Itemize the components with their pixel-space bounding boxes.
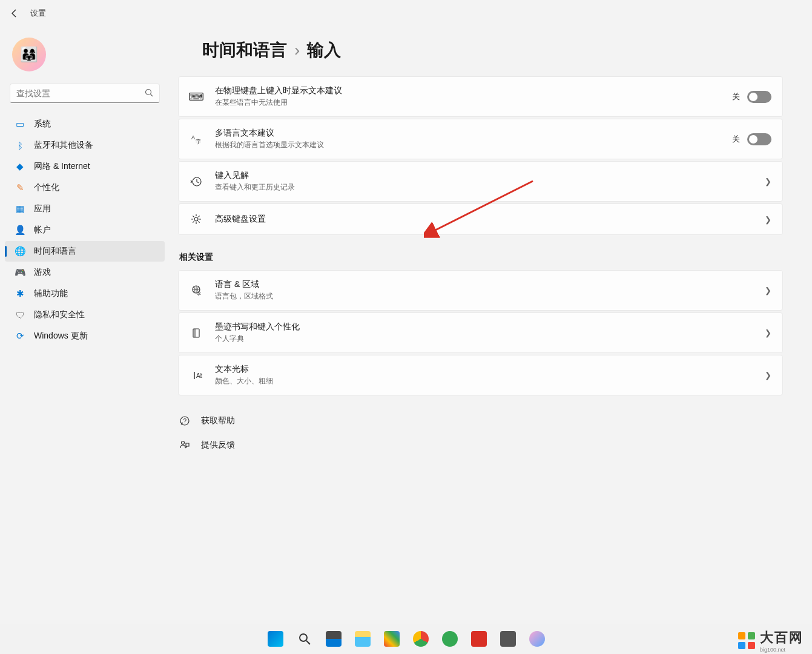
- accessibility-icon: ✱: [15, 288, 25, 299]
- svg-rect-8: [193, 329, 199, 337]
- watermark: 大百网 big100.net: [737, 629, 804, 653]
- sidebar-item-label: 系统: [34, 119, 51, 130]
- svg-rect-20: [748, 632, 755, 639]
- sidebar-item-label: 个性化: [34, 182, 59, 193]
- sidebar-item-label: 隐私和安全性: [34, 309, 85, 320]
- related-text-cursor[interactable]: Ab 文本光标 颜色、大小、粗细 ❯: [178, 355, 783, 395]
- sidebar-item-bluetooth[interactable]: ᛒ 蓝牙和其他设备: [5, 135, 165, 156]
- gaming-icon: 🎮: [15, 267, 25, 278]
- setting-text-suggestions[interactable]: ⌨ 在物理键盘上键入时显示文本建议 在某些语言中无法使用 关: [178, 76, 783, 117]
- sidebar-item-personalization[interactable]: ✎ 个性化: [5, 177, 165, 198]
- setting-title: 多语言文本建议: [215, 128, 720, 139]
- taskbar-search[interactable]: [292, 626, 317, 652]
- setting-subtitle: 语言包，区域格式: [215, 291, 753, 302]
- help-link-label: 提供反馈: [201, 440, 235, 451]
- search-icon: [145, 88, 153, 99]
- toggle-switch[interactable]: [747, 133, 771, 145]
- chevron-right-icon: ❯: [765, 286, 771, 295]
- sidebar-item-label: Windows 更新: [34, 331, 88, 342]
- window-title: 设置: [30, 8, 46, 19]
- chevron-right-icon: ❯: [765, 371, 771, 380]
- sidebar-item-gaming[interactable]: 🎮 游戏: [5, 262, 165, 283]
- sidebar-item-label: 应用: [34, 203, 51, 214]
- sidebar-item-accessibility[interactable]: ✱ 辅助功能: [5, 283, 165, 304]
- svg-text:Ab: Ab: [196, 372, 202, 379]
- back-button[interactable]: [8, 7, 21, 19]
- help-link-label: 获取帮助: [201, 415, 235, 426]
- svg-text:字: 字: [197, 292, 201, 296]
- sidebar-item-system[interactable]: ▭ 系统: [5, 114, 165, 134]
- search-input[interactable]: [16, 88, 145, 98]
- sidebar-item-accounts[interactable]: 👤 帐户: [5, 220, 165, 240]
- sidebar-item-label: 蓝牙和其他设备: [34, 140, 93, 151]
- related-language-region[interactable]: 字 语言 & 区域 语言包，区域格式 ❯: [178, 270, 783, 311]
- watermark-main: 大百网: [760, 629, 804, 647]
- svg-text:字: 字: [196, 139, 201, 145]
- related-inking-typing[interactable]: 墨迹书写和键入个性化 个人字典 ❯: [178, 312, 783, 353]
- help-icon: ?: [179, 415, 190, 426]
- chevron-right-icon: ❯: [765, 177, 771, 186]
- taskbar-explorer[interactable]: [350, 626, 375, 652]
- svg-point-0: [146, 89, 151, 94]
- history-icon: [190, 175, 203, 188]
- chevron-right-icon: ❯: [765, 215, 771, 224]
- update-icon: ⟳: [15, 331, 25, 342]
- svg-line-18: [306, 641, 310, 644]
- sidebar-item-label: 时间和语言: [34, 246, 76, 257]
- sidebar-item-privacy[interactable]: 🛡 隐私和安全性: [5, 305, 165, 325]
- setting-title: 键入见解: [215, 170, 753, 181]
- network-icon: ◆: [15, 161, 25, 172]
- setting-advanced-keyboard[interactable]: 高级键盘设置 ❯: [178, 203, 783, 235]
- related-settings-header: 相关设置: [179, 252, 783, 263]
- taskbar-app[interactable]: [379, 626, 404, 652]
- chevron-right-icon: ›: [294, 41, 300, 60]
- get-help-link[interactable]: ? 获取帮助: [178, 411, 783, 431]
- setting-subtitle: 根据我的语言首选项显示文本建议: [215, 140, 720, 150]
- start-button[interactable]: [263, 626, 288, 652]
- setting-typing-insights[interactable]: 键入见解 查看键入和更正历史记录 ❯: [178, 161, 783, 202]
- taskbar-app3[interactable]: [466, 626, 492, 652]
- setting-subtitle: 颜色、大小、粗细: [215, 376, 753, 386]
- sidebar-item-network[interactable]: ◆ 网络 & Internet: [5, 156, 165, 177]
- setting-title: 高级键盘设置: [215, 214, 753, 225]
- toggle-state-label: 关: [732, 134, 740, 145]
- setting-multilingual-suggestions[interactable]: A字 多语言文本建议 根据我的语言首选项显示文本建议 关: [178, 119, 783, 159]
- sidebar-item-apps[interactable]: ▦ 应用: [5, 199, 165, 219]
- sidebar-item-time-language[interactable]: 🌐 时间和语言: [5, 241, 165, 262]
- svg-point-17: [300, 634, 307, 641]
- watermark-sub: big100.net: [760, 647, 804, 653]
- accounts-icon: 👤: [15, 225, 25, 236]
- sidebar-item-label: 帐户: [34, 225, 51, 236]
- dictionary-icon: [190, 326, 203, 340]
- setting-title: 墨迹书写和键入个性化: [215, 322, 753, 332]
- taskbar: [0, 624, 812, 654]
- keyboard-icon: ⌨: [190, 90, 203, 104]
- taskbar-app2[interactable]: [437, 626, 463, 652]
- apps-icon: ▦: [15, 203, 25, 214]
- user-avatar[interactable]: 👨‍👩‍👧: [12, 38, 46, 71]
- setting-subtitle: 查看键入和更正历史记录: [215, 182, 753, 193]
- search-box[interactable]: [10, 84, 160, 103]
- privacy-icon: 🛡: [15, 309, 25, 320]
- taskbar-taskview[interactable]: [321, 626, 346, 652]
- setting-subtitle: 个人字典: [215, 334, 753, 344]
- breadcrumb-current: 输入: [307, 39, 341, 62]
- text-cursor-icon: Ab: [190, 369, 203, 382]
- sidebar: 👨‍👩‍👧 ▭ 系统 ᛒ 蓝牙和其他设备 ◆ 网络 & Internet ✎ 个…: [0, 27, 170, 654]
- svg-rect-22: [748, 642, 755, 649]
- toggle-switch[interactable]: [747, 91, 771, 103]
- taskbar-chrome[interactable]: [408, 626, 434, 652]
- setting-title: 在物理键盘上键入时显示文本建议: [215, 85, 720, 96]
- taskbar-settings[interactable]: [495, 626, 521, 652]
- globe-language-icon: 字: [190, 284, 203, 297]
- watermark-logo-icon: [737, 631, 756, 650]
- feedback-link[interactable]: 提供反馈: [178, 435, 783, 455]
- taskbar-app4[interactable]: [524, 626, 550, 652]
- svg-text:A: A: [191, 134, 195, 140]
- breadcrumb: 时间和语言 › 输入: [178, 39, 783, 62]
- time-language-icon: 🌐: [15, 246, 25, 257]
- breadcrumb-parent[interactable]: 时间和语言: [202, 39, 287, 62]
- setting-subtitle: 在某些语言中无法使用: [215, 97, 720, 108]
- sidebar-item-windows-update[interactable]: ⟳ Windows 更新: [5, 326, 165, 346]
- bluetooth-icon: ᛒ: [15, 140, 25, 151]
